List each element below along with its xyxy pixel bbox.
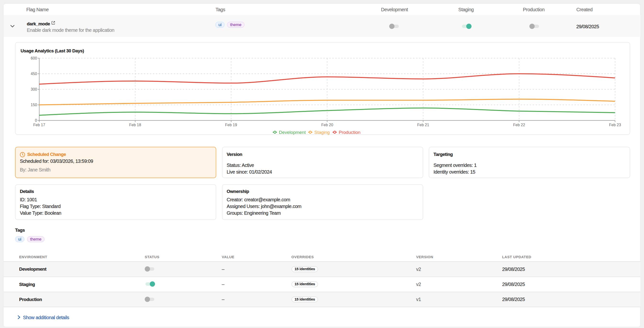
- svg-text:Production: Production: [339, 130, 360, 135]
- svg-text:Feb 19: Feb 19: [225, 123, 237, 127]
- svg-text:600: 600: [30, 56, 37, 60]
- svg-text:Staging: Staging: [314, 130, 330, 135]
- svg-text:150: 150: [30, 103, 37, 107]
- svg-text:0: 0: [35, 118, 37, 122]
- svg-text:450: 450: [30, 72, 37, 76]
- svg-text:Feb 18: Feb 18: [129, 123, 141, 127]
- svg-text:Feb 23: Feb 23: [609, 123, 621, 127]
- svg-text:Feb 22: Feb 22: [513, 123, 525, 127]
- svg-text:300: 300: [30, 87, 37, 91]
- svg-text:Feb 17: Feb 17: [33, 123, 45, 127]
- svg-text:Development: Development: [279, 130, 306, 135]
- svg-text:Feb 20: Feb 20: [321, 123, 333, 127]
- svg-text:Feb 21: Feb 21: [417, 123, 429, 127]
